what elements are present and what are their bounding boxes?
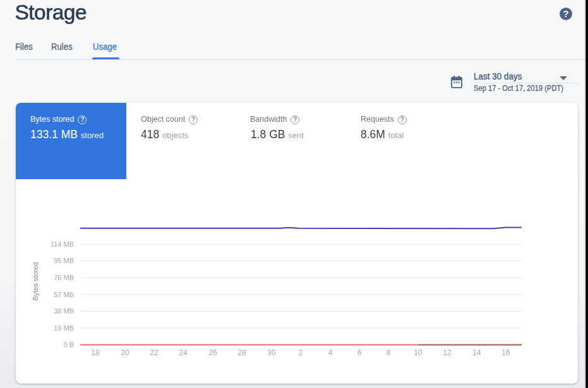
svg-text:95 MB: 95 MB [54, 257, 74, 264]
svg-text:2: 2 [299, 348, 303, 357]
svg-text:19 MB: 19 MB [54, 324, 74, 332]
svg-text:38 MB: 38 MB [54, 307, 74, 315]
svg-text:10: 10 [414, 348, 423, 357]
svg-text:4: 4 [328, 348, 333, 357]
svg-text:28: 28 [237, 348, 246, 357]
svg-text:14: 14 [472, 348, 481, 357]
svg-text:8: 8 [387, 348, 391, 357]
svg-text:26: 26 [208, 348, 217, 357]
svg-text:30: 30 [267, 348, 276, 357]
svg-text:6: 6 [357, 348, 362, 357]
svg-text:12: 12 [443, 348, 452, 357]
svg-text:0 B: 0 B [63, 341, 74, 348]
svg-text:18: 18 [91, 348, 100, 357]
svg-text:57 MB: 57 MB [54, 291, 74, 298]
svg-text:20: 20 [121, 348, 129, 357]
svg-text:76 MB: 76 MB [54, 274, 74, 281]
svg-text:114 MB: 114 MB [51, 240, 74, 248]
svg-text:16: 16 [501, 348, 510, 357]
svg-text:Bytes stored: Bytes stored [32, 262, 39, 300]
svg-text:22: 22 [150, 348, 159, 357]
svg-text:24: 24 [179, 348, 188, 357]
